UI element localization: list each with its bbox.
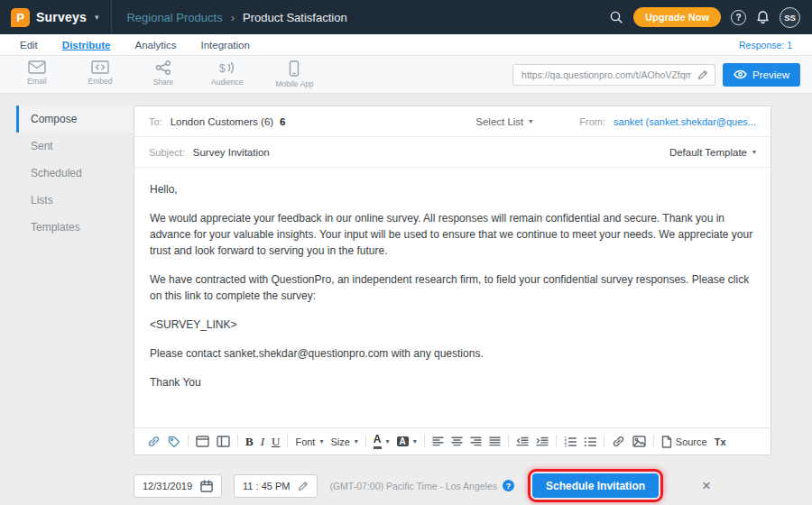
italic-button[interactable]: I bbox=[261, 435, 264, 449]
underline-button[interactable]: U bbox=[272, 435, 280, 449]
layout-button[interactable] bbox=[217, 436, 230, 447]
indent-button[interactable] bbox=[536, 436, 549, 446]
topbar: P Surveys ▾ Regional Products › Product … bbox=[0, 0, 812, 34]
product-name: Surveys bbox=[36, 10, 87, 24]
chevron-down-icon: ▾ bbox=[529, 117, 532, 125]
font-select-label: Font bbox=[295, 436, 315, 447]
edit-time-pencil-icon[interactable] bbox=[298, 481, 309, 491]
align-center-button[interactable] bbox=[451, 436, 463, 446]
link-button[interactable] bbox=[147, 435, 161, 448]
breadcrumb-separator-icon: › bbox=[231, 11, 235, 24]
channel-label: Share bbox=[153, 78, 174, 87]
email-body-paragraph: <SURVEY_LINK> bbox=[150, 317, 755, 333]
toolbar-divider bbox=[188, 435, 189, 448]
date-picker[interactable]: 12/31/2019 bbox=[134, 474, 222, 498]
time-picker[interactable]: 11 : 45 PM bbox=[234, 474, 318, 498]
text-color-button[interactable]: A ▾ bbox=[374, 434, 390, 448]
breadcrumb-survey-name: Product Satisfaction bbox=[243, 11, 347, 24]
date-value: 12/31/2019 bbox=[143, 481, 192, 491]
tab-distribute[interactable]: Distribute bbox=[62, 40, 111, 50]
unordered-list-button[interactable] bbox=[584, 436, 596, 447]
highlight-annotation-ring: Schedule Invitation bbox=[528, 469, 663, 502]
close-icon[interactable]: × bbox=[702, 478, 711, 493]
eye-icon bbox=[734, 69, 747, 79]
email-body-paragraph: Hello, bbox=[150, 181, 755, 197]
channel-list: Email Embed Share $ Audience Mobile App bbox=[22, 60, 314, 88]
calendar-icon[interactable] bbox=[200, 480, 213, 492]
select-list-dropdown[interactable]: Select List ▾ bbox=[475, 116, 532, 127]
embed-icon bbox=[91, 60, 109, 74]
remove-format-button[interactable]: Tx bbox=[715, 436, 726, 447]
from-section: From: sanket (sanket.shekdar@ques... bbox=[579, 116, 756, 127]
channel-audience[interactable]: $ Audience bbox=[211, 60, 243, 88]
survey-url-box bbox=[512, 64, 715, 86]
main-area: Compose Sent Scheduled Lists Templates T… bbox=[0, 94, 812, 505]
notifications-bell-icon[interactable] bbox=[756, 10, 770, 24]
toolbar-divider bbox=[287, 435, 288, 448]
tag-button[interactable] bbox=[168, 436, 180, 448]
tab-integration[interactable]: Integration bbox=[201, 40, 250, 50]
outdent-button[interactable] bbox=[516, 436, 529, 446]
timezone-section: (GMT-07:00) Pacific Time - Los Angeles ? bbox=[329, 480, 514, 491]
channel-label: Email bbox=[27, 77, 46, 86]
subject-value[interactable]: Survey Invitation bbox=[193, 147, 270, 158]
align-justify-button[interactable] bbox=[489, 436, 501, 446]
bold-button[interactable]: B bbox=[245, 435, 254, 449]
email-body-editor[interactable]: Hello, We would appreciate your feedback… bbox=[134, 168, 770, 427]
to-row: To: London Customers (6) 6 Select List ▾… bbox=[134, 106, 770, 137]
tab-analytics[interactable]: Analytics bbox=[135, 40, 177, 50]
align-right-button[interactable] bbox=[470, 436, 482, 446]
chevron-down-icon: ▾ bbox=[413, 437, 417, 445]
timezone-help-icon[interactable]: ? bbox=[503, 480, 514, 491]
channel-email[interactable]: Email bbox=[22, 60, 52, 88]
survey-url-input[interactable] bbox=[520, 69, 693, 81]
email-body-paragraph: We have contracted with QuestionPro, an … bbox=[150, 271, 755, 304]
tab-edit[interactable]: Edit bbox=[20, 40, 38, 50]
chevron-down-icon: ▾ bbox=[752, 148, 756, 156]
channel-embed[interactable]: Embed bbox=[85, 60, 115, 88]
hyperlink-button[interactable] bbox=[612, 435, 625, 448]
channel-label: Mobile App bbox=[275, 79, 313, 88]
channel-share[interactable]: Share bbox=[148, 60, 179, 88]
image-button[interactable] bbox=[632, 436, 646, 447]
preview-button[interactable]: Preview bbox=[723, 63, 800, 87]
chevron-down-icon: ▾ bbox=[386, 437, 390, 445]
template-dropdown[interactable]: Default Template ▾ bbox=[669, 147, 756, 158]
edit-url-pencil-icon[interactable] bbox=[697, 69, 708, 80]
fill-color-button[interactable]: A ▾ bbox=[397, 436, 417, 446]
questionpro-logo-icon: P bbox=[11, 8, 30, 27]
sidebar-item-scheduled[interactable]: Scheduled bbox=[16, 160, 134, 187]
toolbar-divider bbox=[237, 435, 238, 448]
channel-mobile-app[interactable]: Mobile App bbox=[275, 60, 313, 88]
toolbar-divider bbox=[508, 435, 509, 448]
time-value: 11 : 45 PM bbox=[243, 481, 290, 491]
search-icon[interactable] bbox=[609, 10, 623, 24]
channel-label: Audience bbox=[211, 78, 243, 87]
product-switcher[interactable]: P Surveys ▾ bbox=[0, 0, 112, 34]
source-button[interactable]: Source bbox=[661, 436, 707, 448]
response-count-link[interactable]: Response: 1 bbox=[739, 40, 792, 50]
sidebar-item-sent[interactable]: Sent bbox=[16, 133, 134, 160]
font-select[interactable]: Font ▾ bbox=[295, 436, 323, 447]
mobile-app-icon bbox=[289, 60, 300, 77]
from-address-link[interactable]: sanket (sanket.shekdar@ques... bbox=[614, 116, 756, 127]
size-select[interactable]: Size ▾ bbox=[330, 436, 357, 447]
toolbar-divider bbox=[653, 435, 654, 448]
breadcrumb-folder-link[interactable]: Regional Products bbox=[126, 11, 222, 24]
sidebar-item-compose[interactable]: Compose bbox=[16, 106, 134, 133]
subject-row: Subject: Survey Invitation Default Templ… bbox=[134, 137, 770, 168]
sidebar-item-lists[interactable]: Lists bbox=[16, 187, 134, 214]
breadcrumb: Regional Products › Product Satisfaction bbox=[126, 11, 346, 24]
user-avatar[interactable]: SS bbox=[780, 7, 800, 28]
schedule-invitation-button[interactable]: Schedule Invitation bbox=[532, 473, 659, 498]
window-button[interactable] bbox=[196, 436, 209, 447]
upgrade-now-button[interactable]: Upgrade Now bbox=[633, 7, 721, 27]
sidebar-item-templates[interactable]: Templates bbox=[16, 214, 134, 241]
template-label: Default Template bbox=[669, 147, 747, 158]
to-value[interactable]: London Customers (6) bbox=[171, 116, 273, 127]
size-select-label: Size bbox=[330, 436, 349, 447]
ordered-list-button[interactable]: 123 bbox=[564, 436, 577, 447]
align-left-button[interactable] bbox=[432, 436, 444, 446]
compose-card: To: London Customers (6) 6 Select List ▾… bbox=[134, 106, 771, 455]
help-icon[interactable]: ? bbox=[731, 10, 746, 25]
